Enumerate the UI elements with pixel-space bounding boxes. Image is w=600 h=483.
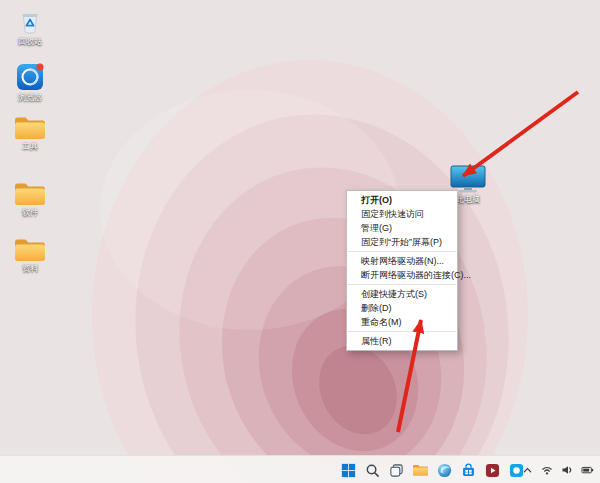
pinned-app-1-button[interactable] xyxy=(482,459,502,481)
desktop-icon-browser-app[interactable]: 浏览器 xyxy=(4,62,56,102)
context-menu-item-pin-quick-access[interactable]: 固定到快速访问 xyxy=(347,207,457,221)
windows-logo-icon xyxy=(341,463,356,478)
desktop-icon-label: 回收站 xyxy=(18,37,42,46)
context-menu: 打开(O) 固定到快速访问 管理(G) 固定到“开始”屏幕(P) 映射网络驱动器… xyxy=(346,190,458,351)
folder-icon xyxy=(13,236,47,263)
context-menu-item-pin-to-start[interactable]: 固定到“开始”屏幕(P) xyxy=(347,235,457,249)
file-explorer-icon xyxy=(412,463,429,477)
store-button[interactable] xyxy=(458,459,478,481)
folder-icon xyxy=(13,180,47,207)
desktop-icon-label: 此电脑 xyxy=(456,195,480,204)
task-view-button[interactable] xyxy=(386,459,406,481)
show-hidden-icons-button[interactable] xyxy=(520,462,534,478)
taskbar-center-icons xyxy=(338,456,526,483)
battery-button[interactable] xyxy=(580,462,594,478)
media-app-icon xyxy=(485,463,500,478)
context-menu-item-disconnect-network-drive[interactable]: 断开网络驱动器的连接(C)... xyxy=(347,268,457,282)
desktop-icon-folder-2[interactable]: 软件 xyxy=(4,180,56,217)
desktop-icon-label: 资料 xyxy=(22,264,38,273)
network-button[interactable] xyxy=(540,462,554,478)
context-menu-item-properties[interactable]: 属性(R) xyxy=(347,334,457,348)
edge-browser-button[interactable] xyxy=(434,459,454,481)
store-icon xyxy=(461,463,476,478)
desktop-icon-recycle-bin[interactable]: 回收站 xyxy=(4,6,56,46)
desktop-icon-folder-1[interactable]: 工具 xyxy=(4,114,56,151)
context-menu-item-rename[interactable]: 重命名(M) xyxy=(347,315,457,329)
desktop-icon-label: 工具 xyxy=(22,142,38,151)
start-button[interactable] xyxy=(338,459,358,481)
context-menu-item-map-network-drive[interactable]: 映射网络驱动器(N)... xyxy=(347,254,457,268)
wifi-icon xyxy=(541,464,553,476)
volume-button[interactable] xyxy=(560,462,574,478)
desktop-icon-label: 软件 xyxy=(22,208,38,217)
menu-separator xyxy=(348,331,456,332)
search-button[interactable] xyxy=(362,459,382,481)
menu-separator xyxy=(348,284,456,285)
volume-icon xyxy=(561,464,573,476)
task-view-icon xyxy=(389,463,404,478)
search-icon xyxy=(365,463,380,478)
system-tray xyxy=(520,456,594,483)
desktop-icon-label: 浏览器 xyxy=(18,93,42,102)
menu-separator xyxy=(348,251,456,252)
context-menu-item-create-shortcut[interactable]: 创建快捷方式(S) xyxy=(347,287,457,301)
battery-icon xyxy=(581,464,594,476)
browser-app-icon xyxy=(15,62,45,92)
taskbar xyxy=(0,455,600,483)
file-explorer-button[interactable] xyxy=(410,459,430,481)
desktop-wallpaper xyxy=(0,0,600,483)
desktop-icon-folder-3[interactable]: 资料 xyxy=(4,236,56,273)
context-menu-item-open[interactable]: 打开(O) xyxy=(347,193,457,207)
chevron-up-icon xyxy=(522,465,533,476)
folder-icon xyxy=(13,114,47,141)
edge-icon xyxy=(437,463,452,478)
context-menu-item-delete[interactable]: 删除(D) xyxy=(347,301,457,315)
context-menu-item-manage[interactable]: 管理(G) xyxy=(347,221,457,235)
recycle-bin-icon xyxy=(15,6,45,36)
